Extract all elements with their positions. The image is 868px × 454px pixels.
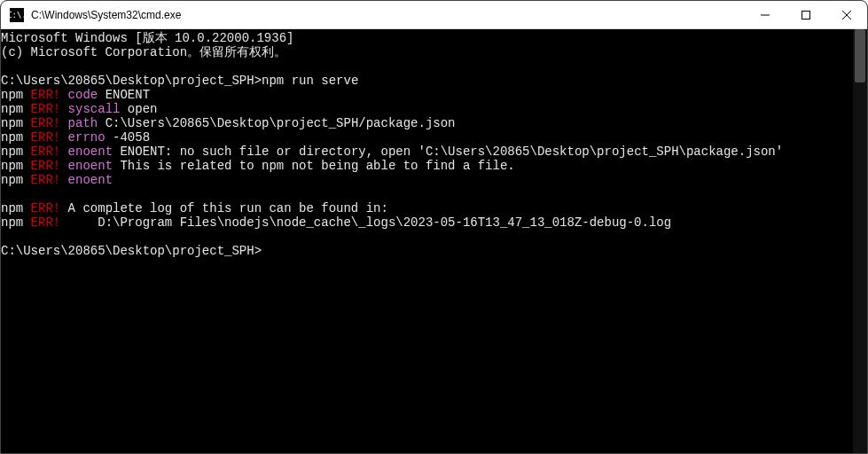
maximize-button[interactable] [786,1,826,29]
error-value: This is related to npm not being able to… [113,159,515,173]
copyright-line: (c) Microsoft Corporation。保留所有权利。 [1,45,853,59]
terminal-area: Microsoft Windows [版本 10.0.22000.1936](c… [1,29,867,453]
err-label: ERR! [31,173,61,187]
maximize-icon [802,11,810,20]
window-title: C:\Windows\System32\cmd.exe [31,9,745,21]
log-line-path: npm ERR! D:\Program Files\nodejs\node_ca… [1,215,853,230]
error-value: ENOENT: no such file or directory, open … [113,145,783,159]
prompt-path: C:\Users\20865\Desktop\project_SPH> [1,74,262,88]
npm-prefix: npm [1,201,31,215]
error-line-code: npm ERR! code ENOENT [1,88,853,102]
error-line-enoent3: npm ERR! enoent [1,173,853,187]
blank-line [1,59,853,74]
title-bar[interactable]: C:\. C:\Windows\System32\cmd.exe [1,1,867,29]
minimize-icon [761,11,770,20]
cmd-window: C:\. C:\Windows\System32\cmd.exe Microso… [0,0,868,454]
error-value: -4058 [106,130,150,145]
npm-prefix: npm [1,88,31,102]
prompt-line: C:\Users\20865\Desktop\project_SPH> [1,244,853,258]
npm-prefix: npm [1,102,31,116]
error-key: path [60,116,98,130]
error-key: enoent [60,159,113,173]
err-label: ERR! [31,159,61,173]
error-key: syscall [60,102,120,116]
blank-line [1,187,853,201]
err-label: ERR! [31,102,61,116]
log-message: A complete log of this run can be found … [60,201,388,215]
err-label: ERR! [31,201,61,215]
error-line-syscall: npm ERR! syscall open [1,102,853,116]
error-value: C:\Users\20865\Desktop\project_SPH/packa… [98,116,455,130]
banner-line: Microsoft Windows [版本 10.0.22000.1936] [1,31,853,45]
npm-prefix: npm [1,215,31,230]
close-button[interactable] [826,1,867,29]
window-controls [745,1,867,28]
err-label: ERR! [31,116,61,130]
err-label: ERR! [31,215,61,230]
error-line-path: npm ERR! path C:\Users\20865\Desktop\pro… [1,116,853,130]
prompt-line: C:\Users\20865\Desktop\project_SPH>npm r… [1,74,853,88]
scrollbar[interactable] [853,29,867,453]
error-key: errno [60,130,105,145]
cmd-icon: C:\. [10,8,24,22]
error-key: code [60,88,98,102]
npm-prefix: npm [1,116,31,130]
err-label: ERR! [31,145,61,159]
log-path: D:\Program Files\nodejs\node_cache\_logs… [60,215,671,230]
error-line-enoent1: npm ERR! enoent ENOENT: no such file or … [1,145,853,159]
error-value: ENOENT [98,88,150,102]
scrollbar-thumb[interactable] [855,29,865,82]
npm-prefix: npm [1,145,31,159]
error-line-errno: npm ERR! errno -4058 [1,130,853,145]
npm-prefix: npm [1,159,31,173]
terminal-output[interactable]: Microsoft Windows [版本 10.0.22000.1936](c… [1,29,853,453]
blank-line [1,230,853,244]
error-key: enoent [60,145,113,159]
close-icon [842,11,851,20]
error-key: enoent [60,173,113,187]
command-text: npm run serve [262,74,358,88]
err-label: ERR! [31,130,61,145]
err-label: ERR! [31,88,61,102]
npm-prefix: npm [1,173,31,187]
svg-rect-1 [802,12,810,20]
minimize-button[interactable] [745,1,786,29]
error-value: open [120,102,157,116]
error-line-enoent2: npm ERR! enoent This is related to npm n… [1,159,853,173]
npm-prefix: npm [1,130,31,145]
log-line-msg: npm ERR! A complete log of this run can … [1,201,853,215]
